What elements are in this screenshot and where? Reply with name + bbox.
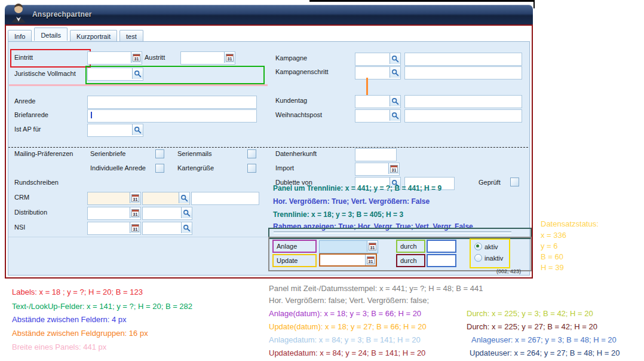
annotation-abstand-gruppen: Abstände zwischen Feldgruppen: 16 px [12,329,148,338]
tab-info[interactable]: Info [8,30,32,42]
anlagedatum-field[interactable]: 31 [319,240,378,253]
kampagnenschritt-label: Kampagnenschritt [275,68,329,75]
kampagne-lookup-field[interactable] [355,53,401,66]
annotation-datensatzstatus-x: x = 336 [541,231,566,240]
kampagnenschritt-lookup-button[interactable] [390,67,400,78]
crm-datepicker-button[interactable]: 31 [130,192,140,203]
distribution-datepicker-button[interactable]: 31 [130,207,140,218]
aktiv-radio[interactable]: aktiv [474,243,498,250]
annotation-anlagedatum: Anlagedatum: x = 84; y = 3; B = 141; H =… [269,335,421,344]
annotation-updateuser: Updateuser: x = 264; y = 27; B = 48; H =… [470,348,620,357]
lookup-icon [391,97,399,105]
annotation-datensatzstatus-h: H = 39 [541,263,564,272]
serienbriefe-checkbox[interactable] [155,149,164,158]
calendar-icon: 31 [131,194,139,202]
serienbriefe-label: Serienbriefe [90,150,125,157]
trennlinie-separator [274,231,511,234]
lookup-icon [180,194,188,202]
updatedatum-field[interactable]: 31 [319,253,377,267]
ist-ap-fuer-lookup-button[interactable] [132,124,143,135]
weihnachtspost-lookup-field[interactable] [355,109,401,123]
anlageuser-field[interactable] [427,240,456,253]
update-label-box: Update [272,254,317,267]
ist-ap-fuer-label: Ist AP für [14,126,41,133]
tab-details[interactable]: Details [34,27,68,41]
eintritt-datepicker-button[interactable]: 31 [131,52,142,63]
distribution-lookup-field[interactable] [142,207,192,220]
import-date-field[interactable]: 31 [355,163,400,176]
austritt-label: Austritt [145,54,165,61]
tab-test[interactable]: test [119,30,143,42]
pink-separator-annotation [9,84,268,86]
orange-marker-annotation [366,78,368,95]
kundentag-lookup-button[interactable] [390,96,400,106]
radio-circle-icon [474,254,482,262]
import-label: Import [275,164,294,172]
import-datepicker-button[interactable]: 31 [388,163,399,174]
anrede-label: Anrede [14,97,35,105]
inaktiv-radio[interactable]: inaktiv [474,254,503,262]
weihnachtspost-lookup-button[interactable] [390,110,400,121]
annotation-labels: Labels: x = 18 ; y = ?; H = 20; B = 123 [12,287,143,296]
annotation-abstand-felder: Abstände zwischen Feldern: 4 px [12,315,127,324]
distribution-date-field[interactable]: 31 [87,207,141,220]
window-title: Ansprechpartner [32,10,92,19]
updateuser-field[interactable] [427,254,456,267]
lookup-icon [391,55,399,63]
dashed-group-separator [8,147,528,148]
crm-date-field[interactable]: 31 [87,192,141,205]
nsi-lookup-field[interactable] [142,222,192,235]
calendar-icon: 31 [367,256,375,264]
crm-lookup-field[interactable] [142,192,190,205]
kundentag-lookup-field[interactable] [355,95,401,108]
screenshot-root: Ansprechpartner Info Details Kurzportrai… [0,0,644,361]
geprueft-checkbox[interactable] [510,178,519,186]
window-titlebar[interactable]: Ansprechpartner [5,5,533,25]
updatedatum-datepicker-button[interactable]: 31 [365,255,376,265]
austritt-datepicker-button[interactable]: 31 [224,52,235,63]
annotation-hor-vergr-false: Hor. Vergrößern: false; Vert. Vergrößern… [269,296,429,305]
annotation-hor-vergr-true: Hor. Vergrößern: True; Vert. Vergrößern:… [273,197,430,206]
eintritt-field[interactable]: 31 [87,51,142,65]
weihnachtspost-label: Weihnachtspost [275,111,322,118]
contact-person-icon [10,2,27,24]
serienmails-label: Serienmails [177,150,211,157]
nsi-date-field[interactable]: 31 [87,222,141,235]
weihnachtspost-text-field[interactable] [404,109,522,123]
nsi-datepicker-button[interactable]: 31 [130,222,140,233]
distribution-label: Distribution [14,209,47,216]
annotation-updatedatum: Updatedatum: x = 84; y = 24; B = 141; H … [269,348,425,357]
briefanrede-field[interactable] [87,109,257,123]
austritt-field[interactable]: 31 [180,51,235,65]
nsi-lookup-button[interactable] [181,222,192,233]
calendar-icon: 31 [133,54,140,62]
anrede-field[interactable] [87,96,257,109]
serienmails-checkbox[interactable] [247,149,256,158]
tab-kurzportrait[interactable]: Kurzportrait [70,30,117,42]
annotation-datensatzstatus-title: Datensatzstatus: [541,219,599,228]
kartengruesse-checkbox[interactable] [247,164,256,173]
kundentag-text-field[interactable] [404,95,522,108]
datenherkunft-label: Datenherkunft [275,150,317,157]
kampagnenschritt-lookup-field[interactable] [355,66,401,79]
ist-ap-fuer-field[interactable] [87,124,143,137]
individuelle-anrede-checkbox[interactable] [155,164,164,173]
distribution-lookup-button[interactable] [181,207,192,218]
datenherkunft-field[interactable] [355,148,397,161]
kampagne-text-field[interactable] [404,53,522,66]
calendar-icon: 31 [131,224,139,232]
briefanrede-label: Briefanrede [14,111,48,118]
kundentag-label: Kundentag [275,97,307,104]
individuelle-anrede-label: Individuelle Anrede [90,164,146,172]
crm-text-field[interactable] [191,192,259,205]
left-panel-bottom-line [8,237,268,237]
anlagedatum-datepicker-button[interactable]: 31 [367,241,378,252]
kampagnenschritt-text-field[interactable] [404,66,522,79]
annotation-datensatzstatus-b: B = 60 [541,252,563,261]
juristische-vollmacht-lookup-button[interactable] [132,68,143,79]
crm-lookup-button[interactable] [179,192,189,203]
juristische-vollmacht-label: Juristische Vollmacht [14,70,76,77]
kampagne-lookup-button[interactable] [390,53,400,64]
juristische-vollmacht-field[interactable] [87,68,143,81]
durch-anlage-box: durch [396,240,425,253]
